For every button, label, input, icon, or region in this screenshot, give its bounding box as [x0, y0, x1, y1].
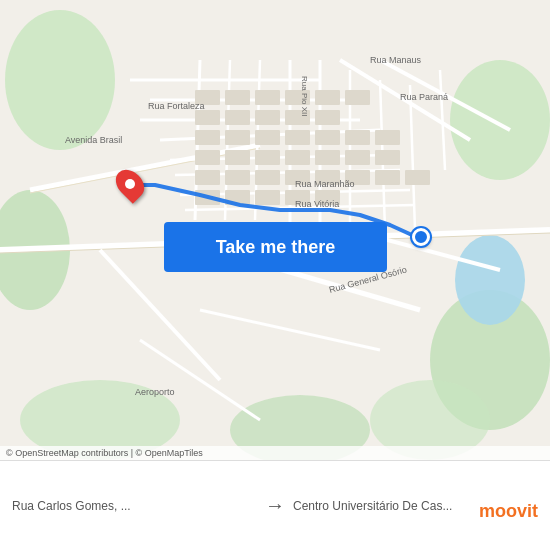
- svg-rect-61: [375, 150, 400, 165]
- svg-rect-64: [255, 170, 280, 185]
- svg-rect-58: [285, 150, 310, 165]
- svg-rect-62: [195, 170, 220, 185]
- svg-rect-71: [225, 190, 250, 205]
- svg-rect-48: [195, 130, 220, 145]
- svg-rect-72: [255, 190, 280, 205]
- svg-rect-50: [255, 130, 280, 145]
- moovit-logo: moovit: [479, 501, 538, 522]
- svg-text:Rua Paraná: Rua Paraná: [400, 92, 448, 102]
- svg-point-1: [5, 10, 115, 150]
- map-attribution: © OpenStreetMap contributors | © OpenMap…: [0, 446, 550, 460]
- svg-rect-40: [195, 110, 220, 125]
- svg-point-3: [450, 60, 550, 180]
- app: Rua Fortaleza Avenida Brasil Rua Manaus …: [0, 0, 550, 550]
- svg-rect-51: [285, 130, 310, 145]
- svg-rect-59: [315, 150, 340, 165]
- origin-marker: [412, 228, 430, 246]
- svg-point-8: [455, 235, 525, 325]
- svg-rect-57: [255, 150, 280, 165]
- svg-rect-56: [225, 150, 250, 165]
- svg-rect-63: [225, 170, 250, 185]
- svg-text:Aeroporto: Aeroporto: [135, 387, 175, 397]
- svg-rect-38: [225, 90, 250, 105]
- bottom-bar: Rua Carlos Gomes, ... → Centro Universit…: [0, 460, 550, 550]
- map-container: Rua Fortaleza Avenida Brasil Rua Manaus …: [0, 0, 550, 460]
- svg-text:Rua Vitória: Rua Vitória: [295, 199, 339, 209]
- svg-text:Avenida Brasil: Avenida Brasil: [65, 135, 122, 145]
- svg-rect-53: [345, 130, 370, 145]
- svg-rect-70: [195, 190, 220, 205]
- svg-rect-68: [375, 170, 400, 185]
- svg-rect-45: [345, 90, 370, 105]
- svg-rect-39: [255, 90, 280, 105]
- svg-rect-69: [405, 170, 430, 185]
- svg-text:Rua Manaus: Rua Manaus: [370, 55, 422, 65]
- from-info: Rua Carlos Gomes, ...: [12, 499, 257, 513]
- destination-marker: [118, 168, 142, 200]
- svg-rect-42: [255, 110, 280, 125]
- svg-rect-49: [225, 130, 250, 145]
- svg-rect-47: [315, 110, 340, 125]
- svg-text:Rua Pio XII: Rua Pio XII: [300, 76, 309, 116]
- svg-rect-60: [345, 150, 370, 165]
- svg-text:Rua Maranhão: Rua Maranhão: [295, 179, 355, 189]
- svg-text:Rua Fortaleza: Rua Fortaleza: [148, 101, 205, 111]
- take-me-there-button[interactable]: Take me there: [164, 222, 387, 272]
- svg-rect-54: [375, 130, 400, 145]
- svg-rect-52: [315, 130, 340, 145]
- moovit-text: moovit: [479, 501, 538, 522]
- svg-rect-55: [195, 150, 220, 165]
- svg-rect-44: [315, 90, 340, 105]
- arrow-icon: →: [265, 494, 285, 517]
- from-label: Rua Carlos Gomes, ...: [12, 499, 257, 513]
- svg-rect-41: [225, 110, 250, 125]
